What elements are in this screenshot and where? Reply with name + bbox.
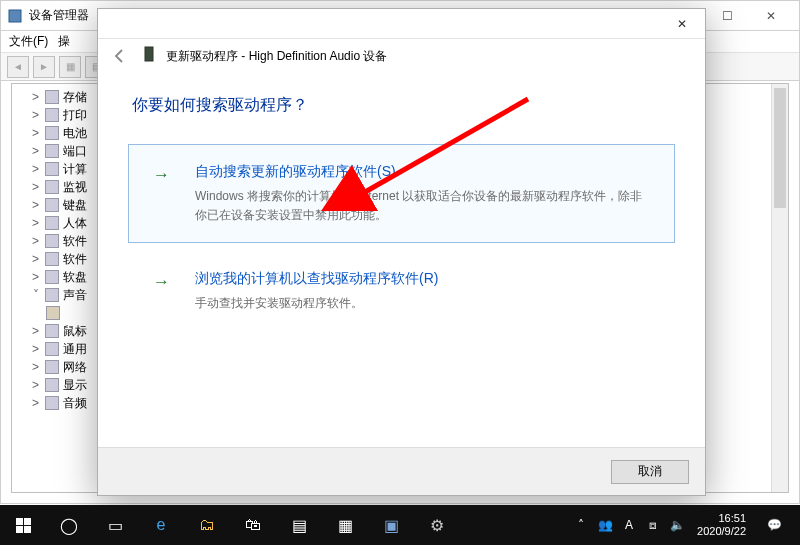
expand-icon[interactable]: > bbox=[30, 236, 41, 247]
app1-icon[interactable]: ▤ bbox=[276, 505, 322, 545]
device-category-icon bbox=[45, 198, 59, 212]
device-category-icon bbox=[45, 342, 59, 356]
tree-scrollbar[interactable] bbox=[771, 84, 788, 492]
tree-item-label: 通用 bbox=[63, 341, 87, 358]
expand-icon[interactable]: > bbox=[30, 164, 41, 175]
tree-item-label: 软盘 bbox=[63, 269, 87, 286]
windows-logo-icon bbox=[16, 518, 31, 533]
device-category-icon bbox=[45, 252, 59, 266]
tree-item-label: 人体 bbox=[63, 215, 87, 232]
tree-item-label: 网络 bbox=[63, 359, 87, 376]
cortana-button[interactable]: ◯ bbox=[46, 505, 92, 545]
tree-item-label: 鼠标 bbox=[63, 323, 87, 340]
bg-close-button[interactable]: ✕ bbox=[749, 2, 793, 30]
dlg-header: 更新驱动程序 - High Definition Audio 设备 bbox=[98, 39, 705, 69]
tree-item-label: 软件 bbox=[63, 251, 87, 268]
tree-item-label: 键盘 bbox=[63, 197, 87, 214]
tree-item-label: 计算 bbox=[63, 161, 87, 178]
bg-title: 设备管理器 bbox=[29, 7, 89, 24]
expand-icon[interactable]: > bbox=[30, 398, 41, 409]
edge-icon[interactable]: e bbox=[138, 505, 184, 545]
toolbar-back-icon[interactable]: ◄ bbox=[7, 56, 29, 78]
clock-time: 16:51 bbox=[718, 512, 746, 525]
device-category-icon bbox=[45, 90, 59, 104]
option-browse-title: 浏览我的计算机以查找驱动程序软件(R) bbox=[195, 270, 652, 288]
svg-rect-1 bbox=[145, 47, 153, 61]
device-category-icon bbox=[45, 144, 59, 158]
dlg-question: 你要如何搜索驱动程序？ bbox=[132, 95, 675, 116]
clock-date: 2020/9/22 bbox=[697, 525, 746, 538]
expand-icon[interactable]: > bbox=[30, 218, 41, 229]
file-explorer-icon[interactable]: 🗂 bbox=[184, 505, 230, 545]
device-category-icon bbox=[45, 378, 59, 392]
tree-item-label: 声音 bbox=[63, 287, 87, 304]
expand-icon[interactable]: > bbox=[30, 272, 41, 283]
expand-icon[interactable]: > bbox=[30, 92, 41, 103]
app2-icon[interactable]: ▦ bbox=[322, 505, 368, 545]
system-tray: ˄ 👥 A ⧈ 🔈 16:51 2020/9/22 💬 bbox=[569, 505, 800, 545]
option-auto-desc: Windows 将搜索你的计算机和 Internet 以获取适合你设备的最新驱动… bbox=[195, 187, 652, 224]
arrow-right-icon: → bbox=[153, 165, 170, 185]
tree-item-label: 打印 bbox=[63, 107, 87, 124]
app4-icon[interactable]: ⚙ bbox=[414, 505, 460, 545]
device-category-icon bbox=[45, 234, 59, 248]
toolbar-fwd-icon[interactable]: ► bbox=[33, 56, 55, 78]
ime-icon[interactable]: A bbox=[617, 505, 641, 545]
expand-icon[interactable]: > bbox=[30, 254, 41, 265]
store-icon[interactable]: 🛍 bbox=[230, 505, 276, 545]
bg-maximize-button[interactable]: ☐ bbox=[705, 2, 749, 30]
expand-icon[interactable]: > bbox=[30, 344, 41, 355]
device-category-icon bbox=[45, 288, 59, 302]
taskbar: ◯ ▭ e 🗂 🛍 ▤ ▦ ▣ ⚙ ˄ 👥 A ⧈ 🔈 16:51 2020/9… bbox=[0, 505, 800, 545]
taskbar-clock[interactable]: 16:51 2020/9/22 bbox=[689, 512, 754, 537]
device-category-icon bbox=[45, 396, 59, 410]
device-category-icon bbox=[45, 180, 59, 194]
option-auto-title: 自动搜索更新的驱动程序软件(S) bbox=[195, 163, 652, 181]
dlg-titlebar: ✕ bbox=[98, 9, 705, 39]
option-browse-computer[interactable]: → 浏览我的计算机以查找驱动程序软件(R) 手动查找并安装驱动程序软件。 bbox=[128, 265, 675, 318]
app3-icon[interactable]: ▣ bbox=[368, 505, 414, 545]
device-category-icon bbox=[45, 162, 59, 176]
tray-overflow-icon[interactable]: ˄ bbox=[569, 505, 593, 545]
toolbar-view-icon[interactable]: ▦ bbox=[59, 56, 81, 78]
start-button[interactable] bbox=[0, 505, 46, 545]
tree-item-label: 音频 bbox=[63, 395, 87, 412]
expand-icon[interactable]: > bbox=[30, 326, 41, 337]
device-category-icon bbox=[45, 126, 59, 140]
device-category-icon bbox=[45, 360, 59, 374]
expand-icon[interactable]: > bbox=[30, 380, 41, 391]
app-icon bbox=[7, 8, 23, 24]
expand-icon[interactable]: > bbox=[30, 182, 41, 193]
volume-icon[interactable]: 🔈 bbox=[665, 505, 689, 545]
tree-item-label: 软件 bbox=[63, 233, 87, 250]
arrow-right-icon: → bbox=[153, 272, 170, 292]
dlg-back-button[interactable] bbox=[108, 44, 132, 68]
svg-rect-0 bbox=[9, 10, 21, 22]
dlg-body: 你要如何搜索驱动程序？ → 自动搜索更新的驱动程序软件(S) Windows 将… bbox=[98, 69, 705, 451]
dlg-close-button[interactable]: ✕ bbox=[659, 9, 705, 39]
device-category-icon bbox=[45, 108, 59, 122]
device-category-icon bbox=[45, 270, 59, 284]
device-category-icon bbox=[45, 216, 59, 230]
option-browse-desc: 手动查找并安装驱动程序软件。 bbox=[195, 294, 652, 313]
cancel-button[interactable]: 取消 bbox=[611, 460, 689, 484]
speaker-icon bbox=[46, 306, 60, 320]
menu-action[interactable]: 操 bbox=[58, 33, 70, 50]
tree-item-label: 监视 bbox=[63, 179, 87, 196]
people-icon[interactable]: 👥 bbox=[593, 505, 617, 545]
tree-item-label: 端口 bbox=[63, 143, 87, 160]
menu-file[interactable]: 文件(F) bbox=[9, 33, 48, 50]
dlg-footer: 取消 bbox=[98, 447, 705, 495]
expand-icon[interactable]: > bbox=[30, 200, 41, 211]
dlg-device-icon bbox=[142, 46, 156, 67]
action-center-icon[interactable]: 💬 bbox=[754, 505, 794, 545]
expand-icon[interactable]: > bbox=[30, 146, 41, 157]
expand-icon[interactable]: > bbox=[30, 362, 41, 373]
tree-item-label: 存储 bbox=[63, 89, 87, 106]
collapse-icon[interactable]: ˅ bbox=[30, 290, 41, 301]
task-view-button[interactable]: ▭ bbox=[92, 505, 138, 545]
expand-icon[interactable]: > bbox=[30, 110, 41, 121]
option-auto-search[interactable]: → 自动搜索更新的驱动程序软件(S) Windows 将搜索你的计算机和 Int… bbox=[128, 144, 675, 243]
expand-icon[interactable]: > bbox=[30, 128, 41, 139]
network-icon[interactable]: ⧈ bbox=[641, 505, 665, 545]
